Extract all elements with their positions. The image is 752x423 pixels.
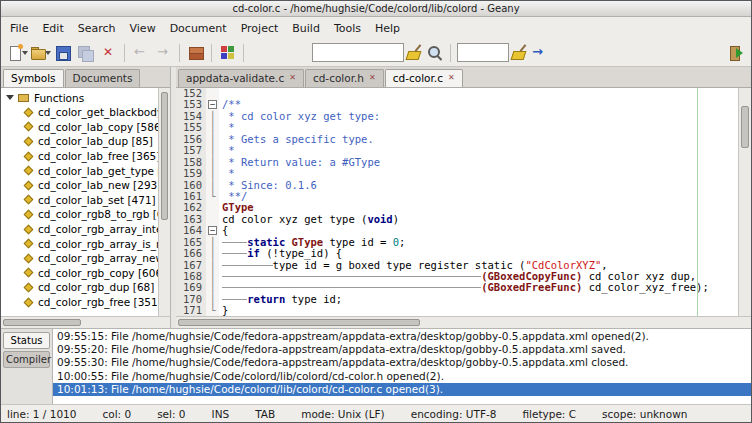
editor-hscrollbar[interactable]: [176, 316, 751, 328]
menu-search[interactable]: Search: [71, 19, 123, 38]
code-line: 164−{: [176, 225, 751, 236]
symbol-item[interactable]: cd_color_rgb_copy [606]: [1, 266, 170, 281]
code-text[interactable]: [219, 88, 751, 99]
expander-icon[interactable]: [6, 95, 14, 100]
code-text[interactable]: **/: [219, 191, 751, 202]
symbol-item[interactable]: cd_color_rgb_array_is_monotonic: [1, 236, 170, 251]
message-tabstrip: StatusCompiler: [1, 329, 53, 404]
symbol-label: cd_color_lab_new [293]: [38, 179, 161, 191]
code-line: 163cd_color_xyz_get_type (void): [176, 214, 751, 225]
forward-arrow-icon: [155, 44, 172, 61]
code-text[interactable]: static GType type_id = 0;: [219, 237, 751, 248]
menu-edit[interactable]: Edit: [35, 19, 70, 38]
sidebar-tab-documents[interactable]: Documents: [65, 69, 141, 87]
code-text[interactable]: if (!type_id) {: [219, 248, 751, 259]
symbol-item[interactable]: cd_color_rgb_free [351]: [1, 295, 170, 310]
symbol-item[interactable]: cd_color_get_blackbody_rgb [97: [1, 105, 170, 120]
code-text[interactable]: *: [219, 145, 751, 156]
code-text[interactable]: (GBoxedFreeFunc) cd_color_xyz_free);: [219, 282, 751, 293]
symbols-root-row[interactable]: Functions: [1, 90, 170, 105]
message-row[interactable]: 09:55:20: File /home/hughsie/Code/fedora…: [53, 343, 751, 356]
sidebar-hscrollbar[interactable]: [1, 316, 170, 328]
code-line: 160│ * Since: 0.1.6: [176, 180, 751, 191]
code-text[interactable]: * Since: 0.1.6: [219, 180, 751, 191]
editor-tab-cd-color.h[interactable]: cd-color.h✕: [305, 69, 384, 87]
message-row[interactable]: 10:00:55: File /home/hughsie/Code/colord…: [53, 370, 751, 383]
message-row[interactable]: 09:55:15: File /home/hughsie/Code/fedora…: [53, 330, 751, 343]
menu-help[interactable]: Help: [368, 19, 407, 38]
code-text[interactable]: }: [219, 305, 751, 316]
clear-goto-icon[interactable]: [511, 44, 528, 61]
clear-search-icon[interactable]: [406, 44, 423, 61]
new-file-button[interactable]: [5, 41, 28, 65]
code-text[interactable]: * Gets a specific type.: [219, 134, 751, 145]
fold-margin: └: [206, 305, 219, 316]
find-button[interactable]: [423, 41, 446, 65]
nav-back-button: [129, 41, 152, 65]
symbol-item[interactable]: cd_color_rgb_dup [68]: [1, 280, 170, 295]
save-button[interactable]: [51, 41, 74, 65]
code-editor[interactable]: 152153−/**154│ * cd_color_xyz_get_type:1…: [176, 88, 751, 316]
fold-box-icon[interactable]: −: [208, 100, 217, 109]
code-text[interactable]: return type_id;: [219, 294, 751, 305]
code-text[interactable]: * Return value: a #GType: [219, 157, 751, 168]
menu-build[interactable]: Build: [285, 19, 327, 38]
code-line: 162GType: [176, 202, 751, 213]
quit-icon: [727, 44, 744, 61]
menu-document[interactable]: Document: [163, 19, 234, 38]
scrollbar-thumb[interactable]: [741, 106, 749, 148]
message-row[interactable]: 10:01:13: File /home/hughsie/Code/colord…: [53, 383, 751, 396]
titlebar[interactable]: cd-color.c - /home/hughsie/Code/colord/l…: [1, 1, 751, 17]
editor-tab-appdata-validate.c[interactable]: appdata-validate.c✕: [178, 69, 304, 87]
color-chooser-button[interactable]: [216, 41, 239, 65]
menu-project[interactable]: Project: [234, 19, 286, 38]
code-text[interactable]: *: [219, 168, 751, 179]
code-line: 156│ * Gets a specific type.: [176, 134, 751, 145]
menu-file[interactable]: File: [3, 19, 35, 38]
symbol-item[interactable]: cd_color_lab_copy [586]: [1, 120, 170, 135]
message-tab-status[interactable]: Status: [3, 332, 50, 349]
search-input[interactable]: [312, 43, 404, 62]
fold-collapse-icon[interactable]: −: [206, 225, 219, 236]
code-text[interactable]: /**: [219, 99, 751, 110]
menu-view[interactable]: View: [123, 19, 163, 38]
scrollbar-thumb[interactable]: [178, 319, 420, 326]
menu-tools[interactable]: Tools: [327, 19, 368, 38]
symbol-item[interactable]: cd_color_lab_get_type [203]: [1, 163, 170, 178]
close-tab-icon[interactable]: ✕: [369, 74, 376, 82]
symbol-item[interactable]: cd_color_lab_free [365]: [1, 149, 170, 164]
method-icon: [24, 224, 34, 234]
editor-scrollbar[interactable]: [738, 88, 751, 316]
code-text[interactable]: {: [219, 225, 751, 236]
quit-button[interactable]: [724, 41, 747, 65]
code-text[interactable]: *: [219, 122, 751, 133]
symbol-item[interactable]: cd_color_lab_new [293]: [1, 178, 170, 193]
symbol-item[interactable]: cd_color_rgb_array_interpolate [9: [1, 222, 170, 237]
fold-margin: [206, 202, 219, 213]
symbol-item[interactable]: cd_color_lab_dup [85]: [1, 134, 170, 149]
symbol-item[interactable]: cd_color_lab_set [471]: [1, 193, 170, 208]
close-button[interactable]: [97, 41, 120, 65]
message-tab-compiler[interactable]: Compiler: [3, 351, 50, 368]
code-text[interactable]: type_id = g_boxed_type_register_static (…: [219, 260, 751, 271]
close-tab-icon[interactable]: ✕: [448, 74, 455, 82]
editor-tab-cd-color.c[interactable]: cd-color.c✕: [385, 69, 463, 87]
compile-button[interactable]: [184, 41, 207, 65]
symbol-item[interactable]: cd_color_rgb8_to_rgb [626]: [1, 207, 170, 222]
scrollbar-thumb[interactable]: [3, 319, 81, 326]
sidebar-tab-symbols[interactable]: Symbols: [3, 69, 64, 87]
symbol-item[interactable]: cd_color_rgb_array_new [896]: [1, 251, 170, 266]
message-row[interactable]: 09:55:30: File /home/hughsie/Code/fedora…: [53, 356, 751, 369]
open-file-button[interactable]: [28, 41, 51, 65]
code-text[interactable]: (GBoxedCopyFunc) cd_color_xyz_dup,: [219, 271, 751, 282]
goto-line-input[interactable]: [457, 43, 509, 62]
jump-to-button[interactable]: [528, 41, 551, 65]
code-text[interactable]: cd_color_xyz_get_type (void): [219, 214, 751, 225]
fold-box-icon[interactable]: −: [208, 226, 217, 235]
fold-collapse-icon[interactable]: −: [206, 99, 219, 110]
code-text[interactable]: GType: [219, 202, 751, 213]
sidebar-scrollbar[interactable]: [158, 88, 170, 316]
scrollbar-thumb[interactable]: [161, 92, 168, 220]
close-tab-icon[interactable]: ✕: [289, 74, 296, 82]
code-text[interactable]: * cd_color_xyz_get_type:: [219, 111, 751, 122]
